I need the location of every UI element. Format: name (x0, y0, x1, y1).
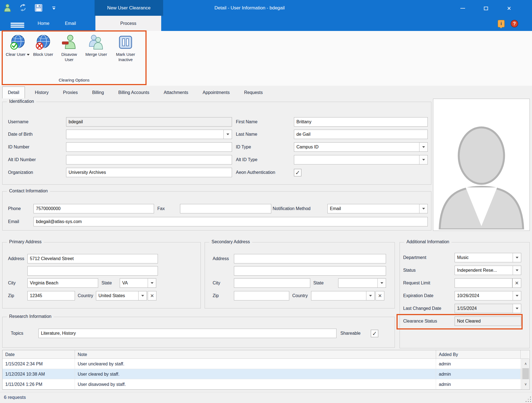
secondary-address2-field[interactable] (234, 266, 386, 276)
alt-id-type-dropdown[interactable] (294, 155, 428, 164)
state-label: State (313, 278, 324, 288)
chevron-down-icon[interactable] (513, 291, 521, 300)
secondary-country-dropdown[interactable] (311, 291, 375, 300)
tab-billing-accounts[interactable]: Billing Accounts (111, 87, 157, 98)
chevron-down-icon[interactable] (419, 155, 427, 164)
vertical-scrollbar[interactable]: ∧ ∨ (521, 359, 530, 389)
clearing-options-group: Clear User Block User Disavow User Merge… (2, 30, 147, 85)
department-dropdown[interactable]: Music (455, 253, 521, 262)
block-user-button[interactable]: Block User (31, 34, 55, 62)
scroll-down-icon[interactable]: ∨ (522, 379, 530, 389)
topics-label: Topics (11, 329, 23, 338)
chevron-down-icon[interactable] (419, 204, 427, 213)
alt-id-number-field[interactable] (66, 155, 232, 164)
tab-attachments[interactable]: Attachments (157, 87, 195, 98)
help-button[interactable]: ? (511, 20, 518, 27)
organization-field[interactable] (66, 168, 232, 177)
window-controls: ✕ (456, 3, 516, 14)
topics-field[interactable] (38, 329, 337, 338)
minimize-button[interactable] (456, 3, 470, 14)
merge-user-button[interactable]: Merge User (83, 34, 109, 62)
column-header-added-by[interactable]: Added By (436, 350, 521, 359)
chevron-down-icon[interactable] (419, 143, 427, 151)
disavow-user-button[interactable]: Disavow User (56, 34, 82, 62)
tab-requests[interactable]: Requests (237, 87, 270, 98)
primary-state-dropdown[interactable]: VA (120, 278, 156, 288)
ribbon-tab-email[interactable]: Email (57, 16, 84, 31)
username-field[interactable] (66, 117, 232, 127)
fax-label: Fax (157, 204, 165, 213)
shareable-checkbox[interactable]: ✓ (371, 330, 378, 337)
id-type-dropdown[interactable]: Campus ID (294, 142, 428, 152)
clearance-status-highlight (397, 314, 523, 329)
chevron-down-icon[interactable] (377, 279, 386, 287)
secondary-address-field[interactable] (234, 254, 386, 263)
scroll-up-icon[interactable]: ∧ (522, 359, 530, 368)
notification-method-dropdown[interactable]: Email (327, 204, 428, 213)
aeon-authentication-checkbox[interactable]: ✓ (294, 169, 301, 176)
ribbon-tab-process[interactable]: Process (95, 16, 161, 31)
table-row-selected[interactable]: 1/12/2024 10:38 AM User cleared by staff… (2, 369, 530, 379)
tab-billing[interactable]: Billing (85, 87, 111, 98)
expiration-date-picker[interactable]: 10/26/2024 (455, 291, 521, 300)
chevron-down-icon[interactable] (366, 291, 374, 300)
column-header-note[interactable]: Note (75, 350, 436, 359)
primary-city-field[interactable] (27, 278, 98, 288)
table-row[interactable]: 1/15/2024 2:34 PM User uncleared by staf… (2, 359, 530, 369)
ribbon-tab-home[interactable]: Home (30, 16, 57, 31)
chevron-down-icon[interactable] (148, 279, 156, 287)
tab-history[interactable]: History (28, 87, 56, 98)
primary-address2-field[interactable] (27, 266, 158, 276)
phone-field[interactable] (33, 204, 154, 213)
scrollbar-thumb[interactable] (522, 368, 529, 379)
fax-field[interactable] (180, 204, 271, 213)
primary-zip-field[interactable] (27, 291, 75, 300)
country-label: Country (292, 291, 308, 300)
chevron-down-icon[interactable] (138, 291, 147, 300)
request-limit-clear-button[interactable]: ✕ (512, 278, 521, 288)
first-name-field[interactable] (294, 117, 428, 127)
last-name-field[interactable] (294, 130, 428, 139)
primary-address-field[interactable] (27, 254, 158, 263)
tab-proxies[interactable]: Proxies (56, 87, 85, 98)
chevron-down-icon[interactable] (223, 130, 232, 139)
maximize-button[interactable] (479, 3, 493, 14)
primary-country-dropdown[interactable]: United States (96, 291, 147, 300)
mark-user-inactive-button[interactable]: Mark User Inactive (111, 34, 140, 62)
clear-user-button[interactable]: Clear User (6, 34, 30, 62)
last-changed-date-picker[interactable]: 1/15/2024 (455, 304, 521, 313)
organization-label: Organization (8, 168, 33, 177)
close-button[interactable]: ✕ (502, 3, 516, 14)
qat-customize-button[interactable] (49, 3, 59, 13)
secondary-country-clear-button[interactable]: ✕ (375, 291, 384, 300)
tab-appointments[interactable]: Appointments (195, 87, 237, 98)
chevron-down-icon[interactable] (513, 266, 521, 275)
additional-information-group: Additional Information Department Music … (400, 242, 530, 348)
status-dropdown[interactable]: Independent Rese... (455, 266, 521, 275)
chevron-down-icon[interactable] (513, 304, 521, 313)
chevron-down-icon[interactable] (513, 253, 521, 262)
date-of-birth-picker[interactable] (66, 130, 232, 139)
secondary-zip-field[interactable] (234, 291, 289, 300)
help-icon: ? (513, 21, 516, 27)
two-users-icon (88, 34, 104, 50)
id-number-field[interactable] (66, 142, 232, 152)
table-row[interactable]: 1/11/2024 1:26 PM User disavowed by staf… (2, 379, 530, 389)
menu-button[interactable] (11, 23, 24, 28)
address-label: Address (213, 254, 229, 263)
secondary-state-dropdown[interactable] (338, 278, 386, 288)
about-button[interactable]: i (498, 20, 505, 27)
tab-detail[interactable]: Detail (2, 87, 25, 98)
group-caption: Clearing Options (3, 78, 145, 82)
resize-grip-icon[interactable] (530, 401, 531, 402)
secondary-city-field[interactable] (234, 278, 310, 288)
column-header-date[interactable]: Date (2, 350, 75, 359)
refresh-button[interactable] (18, 3, 28, 13)
email-field[interactable] (33, 217, 428, 226)
globe-check-icon (10, 34, 26, 50)
save-button[interactable] (34, 3, 43, 13)
user-button[interactable] (3, 3, 12, 13)
request-limit-field[interactable] (455, 278, 512, 288)
clearance-history-table: Date Note Added By 1/15/2024 2:34 PM Use… (2, 350, 530, 390)
primary-country-clear-button[interactable]: ✕ (148, 291, 157, 300)
